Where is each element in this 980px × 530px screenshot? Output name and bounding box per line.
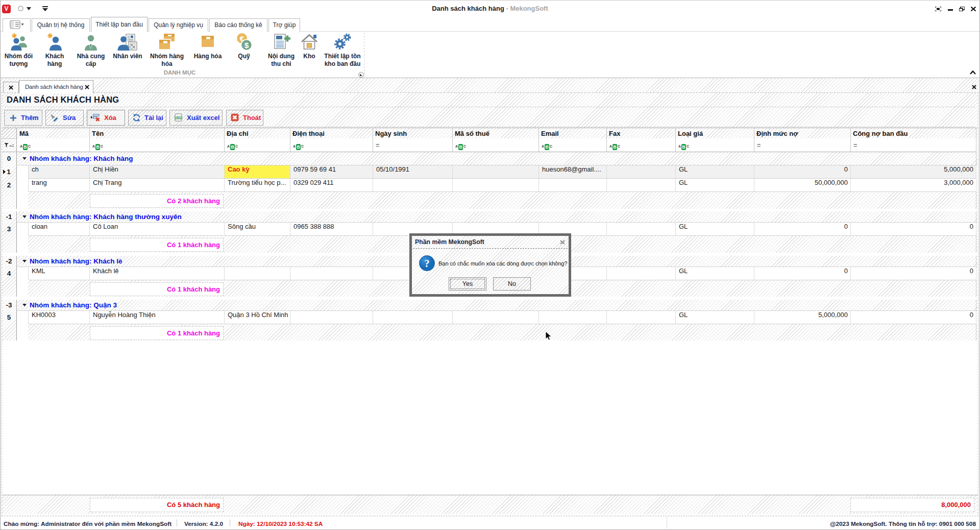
svg-text:XLSX: XLSX — [175, 116, 182, 119]
svg-text:$: $ — [244, 41, 249, 50]
svg-text:?: ? — [425, 258, 430, 269]
